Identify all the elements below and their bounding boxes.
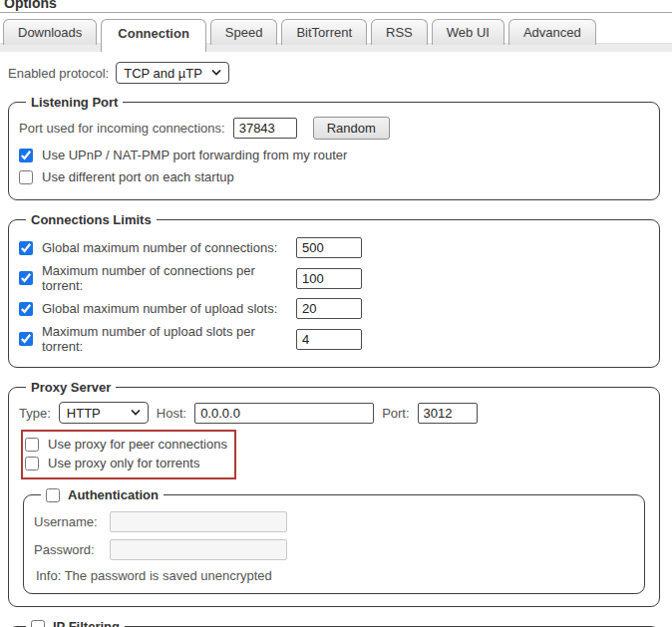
global-max-connections-checkbox[interactable]	[19, 241, 33, 255]
chevron-down-icon	[211, 70, 221, 76]
upnp-row: Use UPnP / NAT-PMP port forwarding from …	[19, 148, 649, 162]
proxy-type-label: Type:	[19, 406, 51, 421]
proxy-port-input[interactable]	[418, 403, 478, 424]
tab-bar: Downloads Connection Speed BitTorrent RS…	[0, 19, 672, 52]
tab-webui[interactable]: Web UI	[432, 19, 504, 45]
incoming-port-row: Port used for incoming connections: Rand…	[19, 117, 649, 140]
proxy-host-label: Host:	[157, 406, 186, 421]
global-max-upload-slots-row: Global maximum number of upload slots:	[19, 298, 649, 319]
enabled-protocol-label: Enabled protocol:	[8, 66, 109, 81]
password-info-text: Info: The password is saved unencrypted	[36, 568, 634, 583]
proxy-server-legend: Proxy Server	[26, 380, 116, 395]
proxy-type-row: Type: HTTP Host: Port:	[19, 402, 649, 424]
max-upload-slots-per-torrent-row: Maximum number of upload slots per torre…	[19, 324, 649, 354]
window-title: Options	[4, 0, 672, 11]
title-divider	[0, 12, 672, 13]
max-connections-per-torrent-checkbox[interactable]	[19, 271, 33, 285]
connections-limits-section: Connections Limits Global maximum number…	[8, 212, 660, 368]
username-input[interactable]	[110, 511, 287, 532]
tab-advanced[interactable]: Advanced	[508, 19, 596, 45]
proxy-host-input[interactable]	[194, 403, 374, 424]
max-upload-slots-per-torrent-checkbox[interactable]	[19, 332, 33, 346]
authentication-checkbox[interactable]	[46, 488, 60, 502]
password-row: Password:	[34, 539, 634, 560]
tab-connection[interactable]: Connection	[101, 19, 206, 52]
max-connections-per-torrent-input[interactable]	[296, 268, 362, 289]
enabled-protocol-row: Enabled protocol: TCP and µTP	[8, 62, 672, 84]
chevron-down-icon	[131, 410, 141, 416]
ip-filtering-checkbox[interactable]	[31, 620, 45, 627]
proxy-options-highlight-annotation: Use proxy for peer connections Use proxy…	[21, 430, 236, 479]
username-row: Username:	[34, 511, 634, 532]
incoming-port-label: Port used for incoming connections:	[19, 121, 225, 136]
listening-port-section: Listening Port Port used for incoming co…	[8, 95, 660, 200]
different-port-label: Use different port on each startup	[42, 169, 234, 184]
authentication-legend: Authentication	[41, 487, 164, 502]
global-max-connections-label: Global maximum number of connections:	[42, 240, 287, 255]
ip-filtering-legend: IP Filtering	[26, 619, 125, 627]
tab-downloads[interactable]: Downloads	[3, 19, 97, 45]
random-port-button[interactable]: Random	[313, 117, 390, 140]
different-port-row: Use different port on each startup	[19, 169, 649, 184]
incoming-port-input[interactable]	[233, 118, 297, 139]
tab-speed[interactable]: Speed	[210, 19, 278, 45]
global-max-upload-slots-checkbox[interactable]	[19, 302, 33, 316]
global-max-connections-input[interactable]	[296, 237, 362, 258]
enabled-protocol-value: TCP and µTP	[124, 66, 202, 81]
max-connections-per-torrent-label: Maximum number of connections per torren…	[42, 263, 287, 293]
global-max-upload-slots-input[interactable]	[296, 298, 362, 319]
max-upload-slots-per-torrent-input[interactable]	[296, 329, 362, 350]
different-port-checkbox[interactable]	[19, 170, 33, 184]
tab-rss[interactable]: RSS	[371, 19, 428, 45]
listening-port-legend: Listening Port	[26, 95, 123, 110]
authentication-legend-label: Authentication	[68, 487, 159, 502]
proxy-only-torrents-label: Use proxy only for torrents	[48, 456, 199, 470]
proxy-type-select[interactable]: HTTP	[59, 402, 149, 424]
ip-filtering-legend-label: IP Filtering	[53, 619, 120, 627]
max-connections-per-torrent-row: Maximum number of connections per torren…	[19, 263, 649, 293]
global-max-connections-row: Global maximum number of connections:	[19, 237, 649, 258]
proxy-port-label: Port:	[382, 406, 409, 421]
proxy-peer-connections-row: Use proxy for peer connections	[25, 437, 227, 452]
username-label: Username:	[34, 514, 102, 529]
proxy-peer-connections-label: Use proxy for peer connections	[48, 437, 227, 452]
proxy-type-value: HTTP	[67, 406, 101, 421]
upnp-checkbox[interactable]	[19, 149, 33, 162]
password-label: Password:	[34, 542, 102, 557]
global-max-upload-slots-label: Global maximum number of upload slots:	[42, 301, 287, 316]
proxy-only-torrents-row: Use proxy only for torrents	[25, 456, 227, 470]
ip-filtering-section: IP Filtering Filter path (.dat, .p2p, .p…	[8, 619, 660, 627]
proxy-server-section: Proxy Server Type: HTTP Host: Port: Use …	[8, 380, 660, 607]
tab-bittorrent[interactable]: BitTorrent	[281, 19, 367, 45]
enabled-protocol-select[interactable]: TCP and µTP	[116, 62, 229, 84]
authentication-section: Authentication Username: Password: Info:…	[23, 487, 645, 594]
proxy-peer-connections-checkbox[interactable]	[25, 438, 39, 452]
max-upload-slots-per-torrent-label: Maximum number of upload slots per torre…	[42, 324, 287, 354]
connections-limits-legend: Connections Limits	[26, 212, 157, 227]
proxy-only-torrents-checkbox[interactable]	[25, 457, 39, 470]
password-input[interactable]	[110, 539, 287, 560]
upnp-label: Use UPnP / NAT-PMP port forwarding from …	[42, 148, 347, 162]
